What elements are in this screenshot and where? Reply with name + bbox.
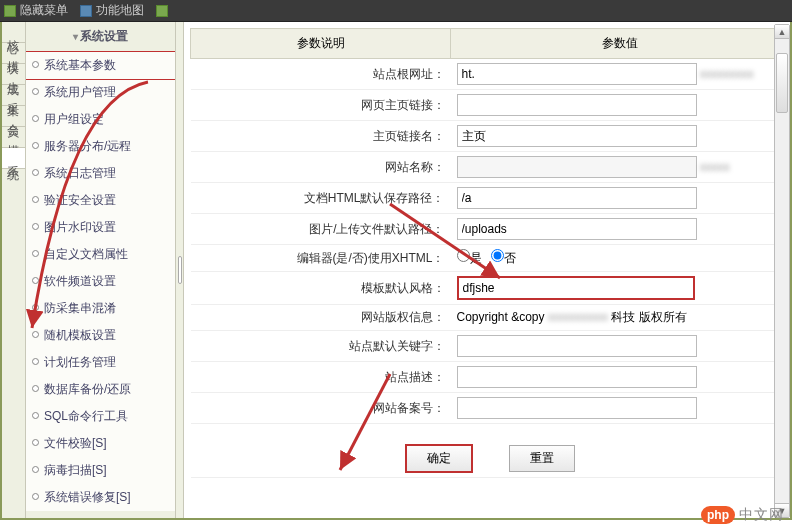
row-label-htmlpath: 文档HTML默认保存路径：: [191, 183, 451, 214]
radio-xhtml-no[interactable]: [491, 249, 504, 262]
sidebar-item-error-fix[interactable]: 系统错误修复[S]: [26, 484, 175, 511]
row-label-sitename: 网站名称：: [191, 152, 451, 183]
sidebar-item-virus-scan[interactable]: 病毒扫描[S]: [26, 457, 175, 484]
sidebar-item-user-mgmt[interactable]: 系统用户管理: [26, 79, 175, 106]
sidebar-item-random-template[interactable]: 随机模板设置: [26, 322, 175, 349]
row-label-keywords: 站点默认关键字：: [191, 331, 451, 362]
sidebar-item-file-verify[interactable]: 文件校验[S]: [26, 430, 175, 457]
copyright-tail: 科技 版权所有: [611, 310, 686, 324]
sidebar-item-anti-collect[interactable]: 防采集串混淆: [26, 295, 175, 322]
main-content: 参数说明 参数值 站点根网址： xxxxxxxxx 网页主页链接： 主页链接名：…: [184, 22, 790, 518]
ok-button[interactable]: 确定: [405, 444, 473, 473]
input-htmlpath[interactable]: [457, 187, 697, 209]
menu-icon: [4, 5, 16, 17]
input-indexlink[interactable]: [457, 94, 697, 116]
sidebar-item-cron[interactable]: 计划任务管理: [26, 349, 175, 376]
left-tab-module[interactable]: 模块: [2, 43, 25, 64]
splitter-grip-icon: [178, 256, 182, 284]
radio-xhtml-yes[interactable]: [457, 249, 470, 262]
sidebar-section-system[interactable]: 系统设置: [26, 22, 175, 52]
left-tab-strip: 核心 模块 生成 采集 会员 模板 系统: [2, 22, 26, 518]
hide-menu-button[interactable]: 隐藏菜单: [4, 2, 68, 19]
left-tab-core[interactable]: 核心: [2, 22, 25, 43]
sidebar-section-payment[interactable]: 支付工具: [26, 511, 175, 518]
sitemap-icon: [80, 5, 92, 17]
row-label-desc: 站点描述：: [191, 362, 451, 393]
watermark: php 中文网: [701, 506, 784, 524]
input-uploadpath[interactable]: [457, 218, 697, 240]
input-sitename[interactable]: [457, 156, 697, 178]
reset-button[interactable]: 重置: [509, 445, 575, 472]
vertical-scrollbar[interactable]: ▲ ▼: [774, 24, 790, 518]
hide-menu-label: 隐藏菜单: [20, 2, 68, 19]
radio-xhtml-yes-label[interactable]: 是: [457, 251, 482, 265]
left-tab-member[interactable]: 会员: [2, 106, 25, 127]
sidebar-item-basic-params[interactable]: 系统基本参数: [26, 51, 176, 80]
sidebar-item-custom-attr[interactable]: 自定义文档属性: [26, 241, 175, 268]
plus-icon: [156, 5, 168, 17]
row-label-template: 模板默认风格：: [191, 272, 451, 305]
left-tab-generate[interactable]: 生成: [2, 64, 25, 85]
left-tab-system[interactable]: 系统: [2, 148, 25, 169]
sidebar-item-syslog[interactable]: 系统日志管理: [26, 160, 175, 187]
input-beian[interactable]: [457, 397, 697, 419]
row-label-uploadpath: 图片/上传文件默认路径：: [191, 214, 451, 245]
col-header-desc: 参数说明: [191, 29, 451, 59]
input-keywords[interactable]: [457, 335, 697, 357]
left-tab-template[interactable]: 模板: [2, 127, 25, 148]
row-label-siteurl: 站点根网址：: [191, 59, 451, 90]
row-label-indexlink: 网页主页链接：: [191, 90, 451, 121]
sidebar-item-watermark[interactable]: 图片水印设置: [26, 214, 175, 241]
sidebar-item-server-dist[interactable]: 服务器分布/远程: [26, 133, 175, 160]
input-template-style[interactable]: [457, 276, 695, 300]
left-tab-collect[interactable]: 采集: [2, 85, 25, 106]
sidebar-item-software-channel[interactable]: 软件频道设置: [26, 268, 175, 295]
copyright-text: Copyright &copy: [457, 310, 545, 324]
input-indexname[interactable]: [457, 125, 697, 147]
col-header-val: 参数值: [451, 29, 790, 59]
radio-xhtml-no-label[interactable]: 否: [491, 251, 516, 265]
row-label-xhtml: 编辑器(是/否)使用XHTML：: [191, 245, 451, 272]
sitemap-button[interactable]: 功能地图: [80, 2, 144, 19]
sidebar-item-usergroup[interactable]: 用户组设定: [26, 106, 175, 133]
splitter[interactable]: [176, 22, 184, 518]
sitemap-label: 功能地图: [96, 2, 144, 19]
extra-icon[interactable]: [156, 5, 172, 17]
row-label-beian: 网站备案号：: [191, 393, 451, 424]
sidebar-item-sql-cli[interactable]: SQL命令行工具: [26, 403, 175, 430]
input-siteurl[interactable]: [457, 63, 697, 85]
sidebar-item-db-backup[interactable]: 数据库备份/还原: [26, 376, 175, 403]
scroll-thumb[interactable]: [776, 53, 788, 113]
row-label-copyright: 网站版权信息：: [191, 305, 451, 331]
watermark-badge: php: [701, 506, 735, 524]
row-label-indexname: 主页链接名：: [191, 121, 451, 152]
sidebar: 系统设置 系统基本参数 系统用户管理 用户组设定 服务器分布/远程 系统日志管理…: [26, 22, 176, 518]
scroll-up-icon[interactable]: ▲: [775, 25, 789, 39]
input-site-desc[interactable]: [457, 366, 697, 388]
watermark-text: 中文网: [739, 506, 784, 524]
sidebar-item-verify-security[interactable]: 验证安全设置: [26, 187, 175, 214]
